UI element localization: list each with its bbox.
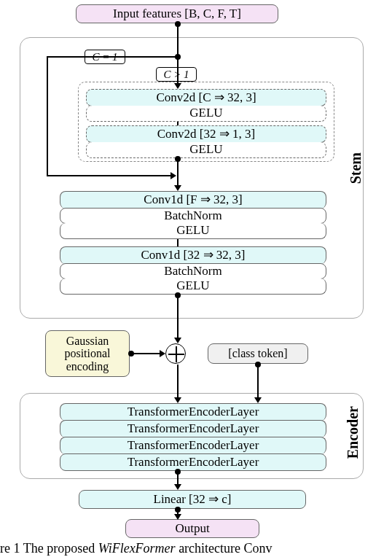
- batchnorm-2-layer: BatchNorm: [60, 263, 326, 279]
- conv2d-1-layer: Conv2d [C ⇒ 32, 3]: [86, 89, 326, 106]
- connector-line: [177, 122, 179, 125]
- caption-ital: WiFlexFormer: [98, 541, 179, 556]
- connector-line: [47, 175, 174, 176]
- connector-line: [133, 353, 162, 354]
- conv1d-1-layer: Conv1d [F ⇒ 32, 3]: [60, 191, 326, 209]
- figure-caption: re 1 The proposed WiFlexFormer architect…: [0, 541, 273, 556]
- arrow-down-icon: [174, 338, 181, 343]
- connector-line: [257, 366, 259, 399]
- add-op-icon: [165, 343, 186, 364]
- encoder-label: Encoder: [345, 406, 361, 459]
- arrow-down-icon: [254, 397, 262, 403]
- connector-line: [177, 365, 179, 399]
- encoder-layer-3: TransformerEncoderLayer: [60, 437, 326, 454]
- connector-line: [177, 160, 179, 187]
- connector-line: [177, 58, 179, 85]
- arrow-down-icon: [174, 397, 181, 403]
- connector-line: [177, 24, 179, 57]
- linear-layer: Linear [32 ⇒ c]: [79, 490, 306, 509]
- stem-label: Stem: [348, 152, 364, 184]
- encoder-layer-4: TransformerEncoderLayer: [60, 453, 326, 471]
- conv1d-2-layer: Conv1d [32 ⇒ 32, 3]: [60, 246, 326, 264]
- connector-line: [177, 297, 179, 339]
- conv2d-2-layer: Conv2d [32 ⇒ 1, 3]: [86, 125, 326, 143]
- gelu-3-layer: GELU: [60, 223, 326, 239]
- gelu-4-layer: GELU: [60, 278, 326, 295]
- arrow-right-icon: [160, 350, 165, 357]
- caption-suffix: architecture Conv: [179, 541, 272, 556]
- class-token: [class token]: [208, 343, 308, 364]
- connector-line: [177, 239, 179, 246]
- batchnorm-1-layer: BatchNorm: [60, 208, 326, 224]
- caption-text: re 1 The proposed: [0, 541, 98, 556]
- arrow-down-icon: [174, 83, 181, 89]
- connector-line: [48, 56, 178, 58]
- encoder-layer-1: TransformerEncoderLayer: [60, 403, 326, 421]
- gelu-1-layer: GELU: [86, 106, 326, 122]
- gaussian-positional-encoding: Gaussian positional encoding: [45, 330, 130, 377]
- arrow-down-icon: [174, 514, 181, 520]
- arrow-down-icon: [174, 185, 181, 191]
- output: Output: [125, 519, 259, 538]
- cond-c-gt-1: C > 1: [156, 67, 197, 82]
- encoder-layer-2: TransformerEncoderLayer: [60, 420, 326, 437]
- arrow-down-icon: [174, 484, 181, 490]
- gelu-2-layer: GELU: [86, 142, 326, 158]
- arrow-right-icon: [170, 172, 176, 179]
- connector-line: [47, 56, 48, 176]
